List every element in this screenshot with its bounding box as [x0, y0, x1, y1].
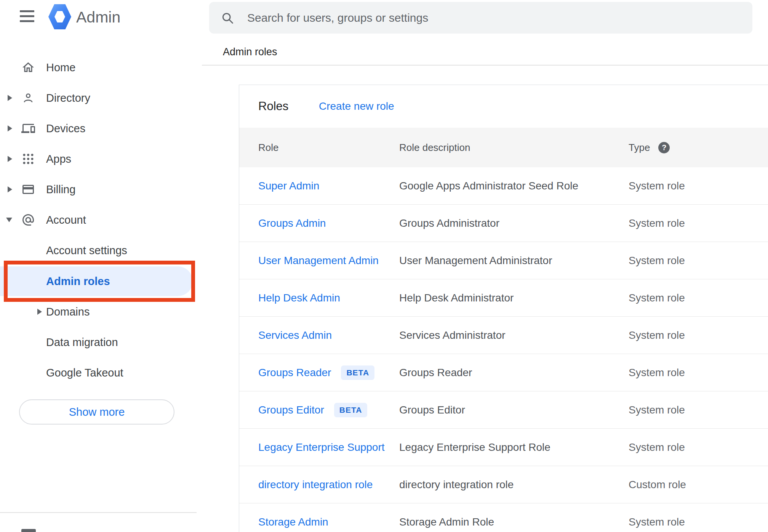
at-sign-icon [21, 213, 35, 227]
devices-icon [21, 122, 35, 135]
role-type: System role [629, 180, 685, 192]
column-header-type: Type ? [629, 142, 670, 154]
sidebar-item-devices[interactable]: Devices [0, 113, 202, 144]
table-row: Super Admin Google Apps Administrator Se… [239, 167, 768, 205]
role-type: System role [629, 292, 685, 304]
show-more-label: Show more [69, 406, 125, 418]
table-row: Groups Admin Groups Administrator System… [239, 205, 768, 242]
sidebar-item-admin-roles-selected[interactable]: Admin roles [0, 266, 193, 296]
role-type: System role [629, 255, 685, 267]
role-link[interactable]: Legacy Enterprise Support [258, 441, 385, 453]
table-row: Services Admin Services Administrator Sy… [239, 317, 768, 354]
chevron-right-icon [8, 186, 12, 192]
sidebar-item-label: Billing [46, 183, 75, 196]
role-type: Custom role [629, 479, 686, 491]
sidebar-item-label: Admin roles [46, 275, 110, 288]
sidebar-item-directory[interactable]: Directory [0, 83, 202, 113]
sidebar-item-label: Directory [46, 92, 90, 104]
sidebar-item-label: Data migration [46, 336, 118, 349]
table-row: Storage Admin Storage Admin Role System … [239, 503, 768, 532]
hamburger-menu-icon[interactable] [20, 10, 34, 22]
table-row: directory integration role directory int… [239, 466, 768, 503]
chevron-right-icon [8, 125, 12, 131]
header-divider [202, 65, 768, 66]
sidebar-item-apps[interactable]: Apps [0, 144, 202, 174]
sidebar-item-label: Home [46, 61, 75, 74]
role-type: System role [629, 217, 685, 229]
role-description: User Management Administrator [399, 255, 552, 267]
role-description: Groups Reader [399, 367, 472, 379]
sidebar-item-label: Account settings [46, 244, 127, 257]
sidebar-item-account-settings[interactable]: Account settings [0, 235, 202, 266]
sidebar-divider [0, 512, 197, 513]
roles-card-header: Roles Create new role [239, 85, 768, 128]
sidebar: Admin Home Directory Devices Apps [0, 0, 202, 532]
beta-badge: BETA [334, 403, 368, 417]
role-description: Storage Admin Role [399, 516, 494, 528]
role-link[interactable]: Groups Editor [258, 404, 324, 416]
sidebar-item-domains[interactable]: Domains [0, 296, 202, 327]
column-header-role: Role [258, 142, 278, 154]
search-input[interactable] [247, 11, 752, 24]
role-link[interactable]: Super Admin [258, 180, 319, 192]
main-content: Admin roles Roles Create new role Role R… [202, 0, 768, 532]
role-description: directory integration role [399, 479, 514, 491]
role-description: Help Desk Administrator [399, 292, 514, 304]
role-link[interactable]: Groups Reader [258, 367, 331, 379]
chevron-down-icon [6, 218, 12, 222]
role-type: System role [629, 441, 685, 453]
cut-off-icon [21, 529, 36, 532]
sidebar-item-label: Domains [46, 306, 90, 318]
roles-table-body: Super Admin Google Apps Administrator Se… [239, 167, 768, 532]
roles-card: Roles Create new role Role Role descript… [239, 85, 768, 532]
create-new-role-link[interactable]: Create new role [319, 100, 394, 112]
table-row: Groups Editor BETA Groups Editor System … [239, 391, 768, 429]
beta-badge: BETA [341, 365, 374, 380]
column-header-description: Role description [399, 142, 470, 154]
sidebar-item-billing[interactable]: Billing [0, 174, 202, 205]
person-icon [21, 91, 35, 105]
role-link[interactable]: User Management Admin [258, 255, 379, 267]
role-description: Legacy Enterprise Support Role [399, 441, 550, 453]
chevron-right-icon [8, 156, 12, 162]
role-description: Services Administrator [399, 329, 506, 341]
breadcrumb: Admin roles [223, 46, 277, 58]
table-row: Help Desk Admin Help Desk Administrator … [239, 279, 768, 317]
sidebar-item-label: Account [46, 214, 86, 226]
admin-logo-icon [48, 4, 71, 29]
role-type: System role [629, 367, 685, 379]
show-more-button[interactable]: Show more [19, 399, 174, 425]
role-description: Google Apps Administrator Seed Role [399, 180, 578, 192]
role-link[interactable]: directory integration role [258, 479, 373, 491]
role-link[interactable]: Help Desk Admin [258, 292, 340, 304]
help-icon[interactable]: ? [658, 142, 670, 153]
search-icon [221, 11, 234, 25]
table-row: User Management Admin User Management Ad… [239, 242, 768, 279]
table-row: Legacy Enterprise Support Legacy Enterpr… [239, 429, 768, 466]
sidebar-item-label: Devices [46, 122, 85, 135]
role-type: System role [629, 516, 685, 528]
role-description: Groups Editor [399, 404, 465, 416]
sidebar-item-label: Apps [46, 153, 71, 165]
role-link[interactable]: Services Admin [258, 329, 332, 341]
role-link[interactable]: Groups Admin [258, 217, 326, 229]
sidebar-item-google-takeout[interactable]: Google Takeout [0, 357, 202, 388]
chevron-right-icon [8, 95, 12, 101]
credit-card-icon [21, 183, 35, 196]
search-bar[interactable] [209, 2, 752, 34]
role-type: System role [629, 329, 685, 341]
sidebar-item-data-migration[interactable]: Data migration [0, 327, 202, 357]
chevron-right-icon [37, 309, 42, 315]
role-link[interactable]: Storage Admin [258, 516, 328, 528]
apps-grid-icon [21, 152, 35, 166]
role-type: System role [629, 404, 685, 416]
table-row: Groups Reader BETA Groups Reader System … [239, 354, 768, 391]
sidebar-item-home[interactable]: Home [0, 52, 202, 83]
sidebar-item-account[interactable]: Account [0, 205, 202, 235]
role-description: Groups Administrator [399, 217, 499, 229]
roles-title: Roles [258, 99, 288, 113]
sidebar-item-label: Google Takeout [46, 367, 123, 379]
table-header-row: Role Role description Type ? [239, 128, 768, 167]
home-icon [21, 61, 35, 74]
app-title: Admin [76, 8, 120, 26]
